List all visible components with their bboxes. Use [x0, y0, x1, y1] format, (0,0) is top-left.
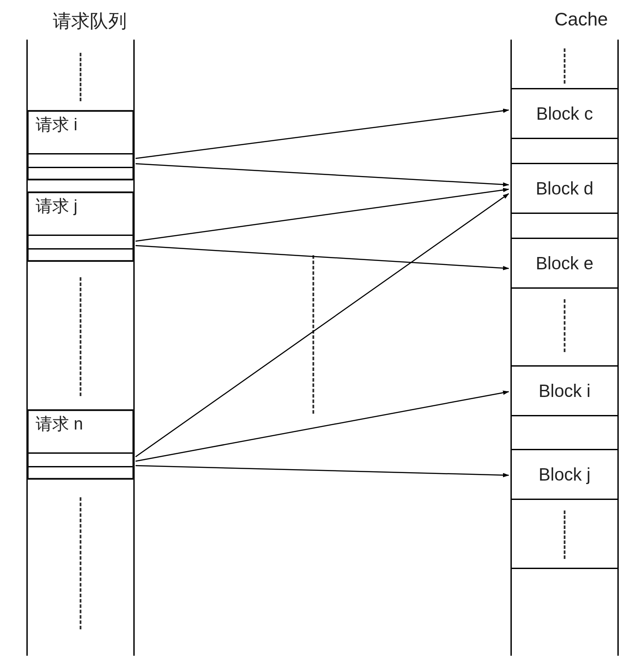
- arrow-j-to-d: [136, 189, 509, 241]
- cache-block: Block c: [512, 88, 617, 139]
- cache-block: Block e: [512, 238, 617, 289]
- arrow-n-to-j: [136, 466, 509, 475]
- arrow-i-to-c: [136, 110, 509, 158]
- cache-bottom-line: [512, 568, 617, 569]
- mid-dash: [312, 255, 314, 414]
- cache-block: Block j: [512, 449, 617, 500]
- arrow-n-to-d: [136, 194, 509, 457]
- diagram-canvas: 请求队列 Cache 请求 i 请求 j 请求 n Block c: [9, 9, 626, 663]
- cache-block-label: Block c: [536, 104, 593, 124]
- request-item: 请求 n: [27, 409, 134, 480]
- request-label: 请求 i: [36, 114, 77, 136]
- cache-block-label: Block d: [536, 179, 593, 198]
- cache-block-label: Block e: [536, 253, 593, 273]
- cache-title: Cache: [554, 9, 608, 30]
- cache-block: Block d: [512, 163, 617, 214]
- queue-title: 请求队列: [53, 9, 127, 33]
- queue-dash-top: [80, 53, 81, 101]
- cache-column: Block c Block d Block e Block i Block j: [510, 40, 619, 656]
- cache-block-label: Block j: [539, 465, 591, 485]
- queue-dash-bottom: [80, 497, 81, 629]
- cache-dash-bottom: [564, 510, 565, 559]
- cache-block: Block i: [512, 365, 617, 416]
- queue-dash-mid: [80, 277, 81, 396]
- request-item: 请求 i: [27, 110, 134, 180]
- request-label: 请求 n: [36, 413, 83, 435]
- cache-block-label: Block i: [539, 381, 591, 401]
- arrow-j-to-e: [136, 246, 509, 268]
- queue-column: 请求 i 请求 j 请求 n: [26, 40, 135, 656]
- request-label: 请求 j: [36, 195, 77, 217]
- request-item: 请求 j: [27, 191, 134, 262]
- cache-dash-top: [564, 48, 565, 84]
- cache-dash-mid: [564, 299, 565, 352]
- arrow-i-to-d: [136, 164, 509, 185]
- arrow-n-to-i: [136, 392, 509, 461]
